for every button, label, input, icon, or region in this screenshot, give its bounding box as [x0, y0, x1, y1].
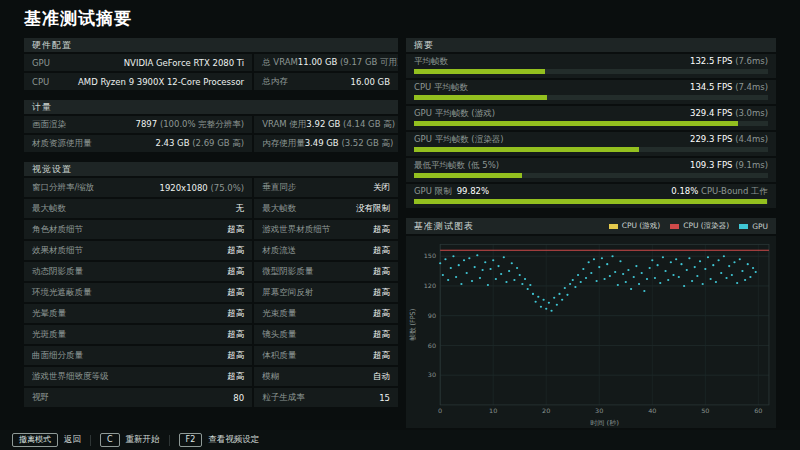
keycap-esc[interactable]: 撤离模式 [12, 433, 58, 447]
summary-row-gpu-game-fps: GPU 平均帧数 (游戏) 329.4 FPS (3.0ms) [406, 106, 776, 130]
setting-cell: 动态阴影质量 超高 [24, 262, 252, 281]
setting-label: 效果材质细节 [32, 245, 83, 257]
keycap-f2[interactable]: F2 [179, 433, 203, 447]
setting-cell: 光晕质量 超高 [24, 304, 252, 323]
setting-value: 超高 [227, 245, 244, 255]
setting-cell: 最大帧数 没有限制 [254, 199, 398, 218]
setting-row: 窗口分辨率/缩放 1920x1080 (75.0%) 垂直同步 关闭 [24, 178, 398, 197]
setting-value: 超高 [227, 350, 244, 360]
hardware-label: CPU [32, 77, 49, 87]
svg-text:150: 150 [424, 253, 436, 260]
hint-restart[interactable]: C 重新开始 [100, 433, 160, 447]
setting-cell: 游戏世界细致度等级 超高 [24, 367, 252, 386]
setting-value: 超高 [373, 329, 390, 339]
hardware-label: 总内存 [262, 76, 288, 88]
panel-header-hardware: 硬件配置 [24, 38, 398, 52]
setting-value: 超高 [227, 266, 244, 276]
keycap-c[interactable]: C [100, 433, 120, 447]
summary-bar-fill [414, 173, 522, 178]
setting-row: 效果材质细节 超高 材质流送 超高 [24, 241, 398, 260]
metrics-row: 材质资源使用量 2.43 GB (2.69 GB 高) 内存使用量 3.49 G… [24, 135, 398, 152]
setting-cell: 粒子生成率 15 [254, 388, 398, 407]
setting-cell: 光束质量 超高 [254, 304, 398, 323]
svg-text:0: 0 [438, 407, 442, 414]
summary-value: 229.3 FPS [690, 134, 732, 144]
setting-row: 光斑质量 超高 镜头质量 超高 [24, 325, 398, 344]
hint-label-restart: 重新开始 [126, 434, 160, 446]
right-column: 摘要 平均帧数 132.5 FPS (7.6ms) CPU 平均帧数 134.5… [406, 38, 776, 428]
page-title: 基准测试摘要 [24, 7, 776, 30]
hint-video-settings[interactable]: F2 查看视频设定 [179, 433, 260, 447]
summary-bar-track [414, 147, 768, 152]
summary-bar-fill [414, 199, 767, 204]
setting-label: 曲面细分质量 [32, 350, 83, 362]
hint-label-back: 返回 [64, 434, 81, 446]
setting-cell: 视野 80 [24, 388, 252, 407]
setting-label: 游戏世界材质细节 [262, 224, 330, 236]
legend-item-cpu-renderer: CPU (渲染器) [670, 221, 729, 231]
metric-value: 2.43 GB [155, 138, 189, 148]
summary-label: CPU 平均帧数 [414, 82, 468, 92]
hardware-cell-ram: 总内存 16.00 GB [254, 73, 398, 90]
summary-value: 134.5 FPS [690, 82, 732, 92]
benchmark-summary-screen: 基准测试摘要 硬件配置 GPU NVIDIA GeForce RTX 2080 … [0, 0, 800, 450]
svg-text:20: 20 [542, 407, 550, 414]
summary-bar-track [414, 95, 768, 100]
hardware-value: 11.00 GB [298, 57, 337, 67]
setting-value: 超高 [227, 308, 244, 318]
setting-label: 视野 [32, 392, 49, 404]
svg-text:帧数 (FPS): 帧数 (FPS) [409, 308, 417, 340]
setting-label: 垂直同步 [262, 182, 296, 194]
setting-value: 超高 [373, 287, 390, 297]
hint-label-video-settings: 查看视频设定 [208, 434, 259, 446]
setting-label: 环境光遮蔽质量 [32, 287, 92, 299]
panel-header-visual-settings: 视觉设置 [24, 162, 398, 176]
setting-value: 无 [236, 203, 245, 213]
legend-swatch-red [670, 224, 679, 229]
summary-value: 132.5 FPS [690, 56, 732, 66]
summary-label: GPU 限制 [414, 186, 452, 196]
metrics-cell: VRAM 使用 3.92 GB (4.14 GB 高) [254, 116, 398, 133]
setting-row: 曲面细分质量 超高 体积质量 超高 [24, 346, 398, 365]
hardware-label: GPU [32, 58, 50, 68]
legend-label: CPU (渲染器) [683, 221, 729, 231]
summary-bar-fill [414, 69, 545, 74]
summary-bar-track [414, 69, 768, 74]
setting-label: 体积质量 [262, 350, 296, 362]
setting-cell: 最大帧数 无 [24, 199, 252, 218]
setting-row: 角色材质细节 超高 游戏世界材质细节 超高 [24, 220, 398, 239]
setting-row: 动态阴影质量 超高 微型阴影质量 超高 [24, 262, 398, 281]
setting-label: 光晕质量 [32, 308, 66, 320]
legend-swatch-cyan [739, 224, 748, 229]
svg-text:120: 120 [424, 282, 436, 289]
hint-back[interactable]: 撤离模式 返回 [12, 433, 81, 447]
metric-label: 材质资源使用量 [32, 138, 92, 150]
setting-label: 材质流送 [262, 245, 296, 257]
summary-bar-fill [414, 95, 547, 100]
metric-label: 画面渲染 [32, 119, 66, 131]
hardware-label: 总 VRAM [262, 57, 298, 69]
setting-value: 超高 [227, 371, 244, 381]
left-column: 硬件配置 GPU NVIDIA GeForce RTX 2080 Ti 总 VR… [24, 38, 398, 428]
setting-value: 15 [379, 393, 390, 403]
footer-hints: 撤离模式 返回 C 重新开始 F2 查看视频设定 [0, 430, 800, 450]
setting-cell: 角色材质细节 超高 [24, 220, 252, 239]
summary-row-avg-fps: 平均帧数 132.5 FPS (7.6ms) [406, 54, 776, 78]
setting-label: 游戏世界细致度等级 [32, 371, 109, 383]
summary-row-cpu-avg-fps: CPU 平均帧数 134.5 FPS (7.4ms) [406, 80, 776, 104]
setting-label: 最大帧数 [32, 203, 66, 215]
summary-row-gpu-renderer-fps: GPU 平均帧数 (渲染器) 229.3 FPS (4.4ms) [406, 132, 776, 156]
metrics-cell: 内存使用量 3.49 GB (3.52 GB 高) [254, 135, 398, 152]
chart-legend: CPU (游戏) CPU (渲染器) GPU [609, 221, 768, 231]
svg-text:40: 40 [648, 407, 656, 414]
summary-label: 最低平均帧数 (低 5%) [414, 160, 499, 170]
chart-body: 3060901201500102030405060时间 (秒)帧数 (FPS) [406, 236, 776, 428]
summary-bar-fill [414, 147, 639, 152]
metric-value: 3.92 GB [306, 119, 340, 129]
legend-swatch-yellow [609, 224, 618, 229]
hardware-row: GPU NVIDIA GeForce RTX 2080 Ti 总 VRAM 11… [24, 54, 398, 71]
summary-row-low5-fps: 最低平均帧数 (低 5%) 109.3 FPS (9.1ms) [406, 158, 776, 182]
setting-value: 超高 [227, 329, 244, 339]
setting-label: 镜头质量 [262, 329, 296, 341]
metrics-panel: 计量 画面渲染 7897 (100.0% 完整分辨率) VRAM 使用 3.92… [24, 100, 398, 154]
